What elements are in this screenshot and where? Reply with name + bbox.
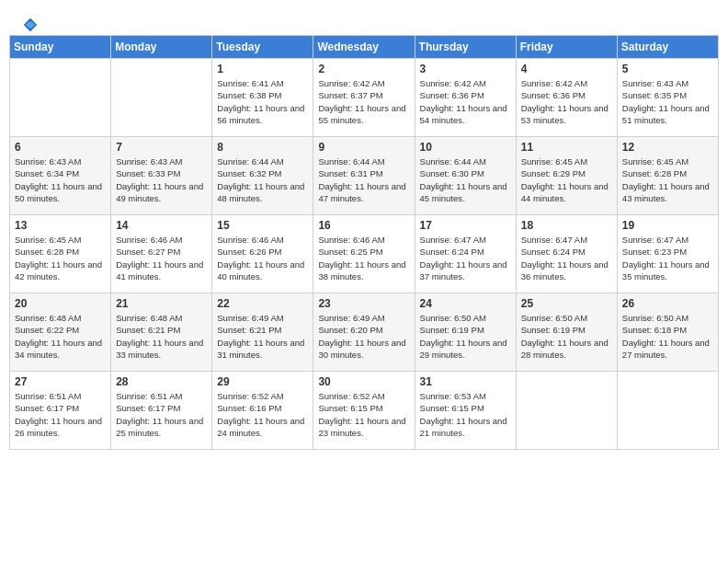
- day-info: Sunrise: 6:46 AM Sunset: 6:26 PM Dayligh…: [217, 234, 308, 282]
- calendar-cell: [10, 59, 111, 137]
- calendar-cell: 9Sunrise: 6:44 AM Sunset: 6:31 PM Daylig…: [313, 137, 415, 215]
- day-number: 3: [420, 63, 511, 75]
- calendar-table: SundayMondayTuesdayWednesdayThursdayFrid…: [9, 35, 719, 450]
- day-info: Sunrise: 6:51 AM Sunset: 6:17 PM Dayligh…: [116, 390, 207, 439]
- day-info: Sunrise: 6:41 AM Sunset: 6:38 PM Dayligh…: [217, 77, 308, 126]
- day-info: Sunrise: 6:52 AM Sunset: 6:16 PM Dayligh…: [217, 390, 308, 439]
- calendar-cell: 29Sunrise: 6:52 AM Sunset: 6:16 PM Dayli…: [212, 372, 313, 450]
- day-number: 14: [116, 219, 207, 232]
- day-number: 30: [318, 375, 409, 388]
- day-number: 2: [318, 63, 409, 75]
- day-info: Sunrise: 6:46 AM Sunset: 6:27 PM Dayligh…: [116, 234, 207, 282]
- calendar-cell: 8Sunrise: 6:44 AM Sunset: 6:32 PM Daylig…: [212, 137, 313, 215]
- day-number: 6: [15, 141, 106, 154]
- day-info: Sunrise: 6:42 AM Sunset: 6:37 PM Dayligh…: [318, 77, 409, 126]
- day-info: Sunrise: 6:44 AM Sunset: 6:30 PM Dayligh…: [420, 155, 511, 204]
- calendar-week-row: 1Sunrise: 6:41 AM Sunset: 6:38 PM Daylig…: [10, 59, 719, 137]
- calendar-cell: 21Sunrise: 6:48 AM Sunset: 6:21 PM Dayli…: [111, 293, 212, 372]
- calendar-cell: 14Sunrise: 6:46 AM Sunset: 6:27 PM Dayli…: [111, 215, 212, 293]
- day-info: Sunrise: 6:48 AM Sunset: 6:21 PM Dayligh…: [116, 312, 207, 361]
- calendar-week-row: 27Sunrise: 6:51 AM Sunset: 6:17 PM Dayli…: [10, 372, 719, 450]
- day-number: 24: [420, 297, 511, 310]
- day-number: 4: [521, 63, 612, 75]
- day-number: 1: [217, 63, 308, 75]
- calendar-cell: 16Sunrise: 6:46 AM Sunset: 6:25 PM Dayli…: [313, 215, 415, 293]
- calendar-cell: 12Sunrise: 6:45 AM Sunset: 6:28 PM Dayli…: [617, 137, 718, 215]
- day-number: 23: [318, 297, 409, 310]
- day-number: 22: [217, 297, 308, 310]
- day-number: 8: [217, 141, 308, 154]
- day-number: 28: [116, 375, 207, 388]
- day-number: 31: [420, 375, 511, 388]
- calendar-week-row: 13Sunrise: 6:45 AM Sunset: 6:28 PM Dayli…: [10, 215, 719, 293]
- day-info: Sunrise: 6:50 AM Sunset: 6:18 PM Dayligh…: [622, 312, 713, 361]
- day-info: Sunrise: 6:42 AM Sunset: 6:36 PM Dayligh…: [420, 77, 511, 126]
- day-info: Sunrise: 6:43 AM Sunset: 6:33 PM Dayligh…: [116, 155, 207, 204]
- weekday-header-saturday: Saturday: [617, 36, 718, 59]
- weekday-header-row: SundayMondayTuesdayWednesdayThursdayFrid…: [10, 36, 719, 59]
- calendar-cell: 1Sunrise: 6:41 AM Sunset: 6:38 PM Daylig…: [212, 59, 313, 137]
- day-info: Sunrise: 6:49 AM Sunset: 6:20 PM Dayligh…: [318, 312, 409, 361]
- day-info: Sunrise: 6:46 AM Sunset: 6:25 PM Dayligh…: [318, 234, 409, 282]
- day-number: 13: [15, 219, 106, 232]
- day-number: 10: [420, 141, 511, 154]
- calendar-cell: 19Sunrise: 6:47 AM Sunset: 6:23 PM Dayli…: [617, 215, 718, 293]
- calendar-cell: 5Sunrise: 6:43 AM Sunset: 6:35 PM Daylig…: [617, 59, 718, 137]
- day-number: 15: [217, 219, 308, 232]
- calendar-cell: 3Sunrise: 6:42 AM Sunset: 6:36 PM Daylig…: [415, 59, 516, 137]
- day-number: 27: [15, 375, 106, 388]
- day-number: 19: [622, 219, 713, 232]
- day-number: 12: [622, 141, 713, 154]
- calendar-cell: 11Sunrise: 6:45 AM Sunset: 6:29 PM Dayli…: [516, 137, 617, 215]
- calendar-cell: 4Sunrise: 6:42 AM Sunset: 6:36 PM Daylig…: [516, 59, 617, 137]
- calendar-cell: 26Sunrise: 6:50 AM Sunset: 6:18 PM Dayli…: [617, 293, 718, 372]
- day-number: 7: [116, 141, 207, 154]
- calendar-week-row: 20Sunrise: 6:48 AM Sunset: 6:22 PM Dayli…: [10, 293, 719, 372]
- calendar-cell: 13Sunrise: 6:45 AM Sunset: 6:28 PM Dayli…: [10, 215, 111, 293]
- calendar-cell: 20Sunrise: 6:48 AM Sunset: 6:22 PM Dayli…: [10, 293, 111, 372]
- calendar-cell: 18Sunrise: 6:47 AM Sunset: 6:24 PM Dayli…: [516, 215, 617, 293]
- calendar-cell: 30Sunrise: 6:52 AM Sunset: 6:15 PM Dayli…: [313, 372, 415, 450]
- weekday-header-monday: Monday: [111, 36, 212, 59]
- calendar-cell: [111, 59, 212, 137]
- logo: [18, 17, 39, 29]
- weekday-header-thursday: Thursday: [415, 36, 516, 59]
- calendar-cell: [516, 372, 617, 450]
- calendar-cell: 24Sunrise: 6:50 AM Sunset: 6:19 PM Dayli…: [415, 293, 516, 372]
- weekday-header-friday: Friday: [516, 36, 617, 59]
- day-number: 21: [116, 297, 207, 310]
- day-number: 11: [521, 141, 612, 154]
- day-info: Sunrise: 6:51 AM Sunset: 6:17 PM Dayligh…: [15, 390, 106, 439]
- day-number: 9: [318, 141, 409, 154]
- day-info: Sunrise: 6:43 AM Sunset: 6:34 PM Dayligh…: [15, 155, 106, 204]
- day-info: Sunrise: 6:43 AM Sunset: 6:35 PM Dayligh…: [622, 77, 713, 126]
- day-number: 16: [318, 219, 409, 232]
- day-info: Sunrise: 6:48 AM Sunset: 6:22 PM Dayligh…: [15, 312, 106, 361]
- calendar-week-row: 6Sunrise: 6:43 AM Sunset: 6:34 PM Daylig…: [10, 137, 719, 215]
- calendar-cell: 22Sunrise: 6:49 AM Sunset: 6:21 PM Dayli…: [212, 293, 313, 372]
- day-info: Sunrise: 6:47 AM Sunset: 6:23 PM Dayligh…: [622, 234, 713, 282]
- calendar-cell: 15Sunrise: 6:46 AM Sunset: 6:26 PM Dayli…: [212, 215, 313, 293]
- calendar-cell: [617, 372, 718, 450]
- calendar-cell: 17Sunrise: 6:47 AM Sunset: 6:24 PM Dayli…: [415, 215, 516, 293]
- calendar-cell: 2Sunrise: 6:42 AM Sunset: 6:37 PM Daylig…: [313, 59, 415, 137]
- day-number: 20: [15, 297, 106, 310]
- calendar-cell: 10Sunrise: 6:44 AM Sunset: 6:30 PM Dayli…: [415, 137, 516, 215]
- day-info: Sunrise: 6:50 AM Sunset: 6:19 PM Dayligh…: [521, 312, 612, 361]
- day-number: 18: [521, 219, 612, 232]
- day-number: 17: [420, 219, 511, 232]
- day-info: Sunrise: 6:44 AM Sunset: 6:31 PM Dayligh…: [318, 155, 409, 204]
- day-info: Sunrise: 6:45 AM Sunset: 6:28 PM Dayligh…: [15, 234, 106, 282]
- day-info: Sunrise: 6:44 AM Sunset: 6:32 PM Dayligh…: [217, 155, 308, 204]
- day-info: Sunrise: 6:45 AM Sunset: 6:28 PM Dayligh…: [622, 155, 713, 204]
- logo-icon: [22, 17, 39, 33]
- day-number: 29: [217, 375, 308, 388]
- calendar-cell: 25Sunrise: 6:50 AM Sunset: 6:19 PM Dayli…: [516, 293, 617, 372]
- day-info: Sunrise: 6:42 AM Sunset: 6:36 PM Dayligh…: [521, 77, 612, 126]
- weekday-header-tuesday: Tuesday: [212, 36, 313, 59]
- day-info: Sunrise: 6:45 AM Sunset: 6:29 PM Dayligh…: [521, 155, 612, 204]
- calendar-cell: 23Sunrise: 6:49 AM Sunset: 6:20 PM Dayli…: [313, 293, 415, 372]
- day-info: Sunrise: 6:49 AM Sunset: 6:21 PM Dayligh…: [217, 312, 308, 361]
- weekday-header-sunday: Sunday: [10, 36, 111, 59]
- day-info: Sunrise: 6:50 AM Sunset: 6:19 PM Dayligh…: [420, 312, 511, 361]
